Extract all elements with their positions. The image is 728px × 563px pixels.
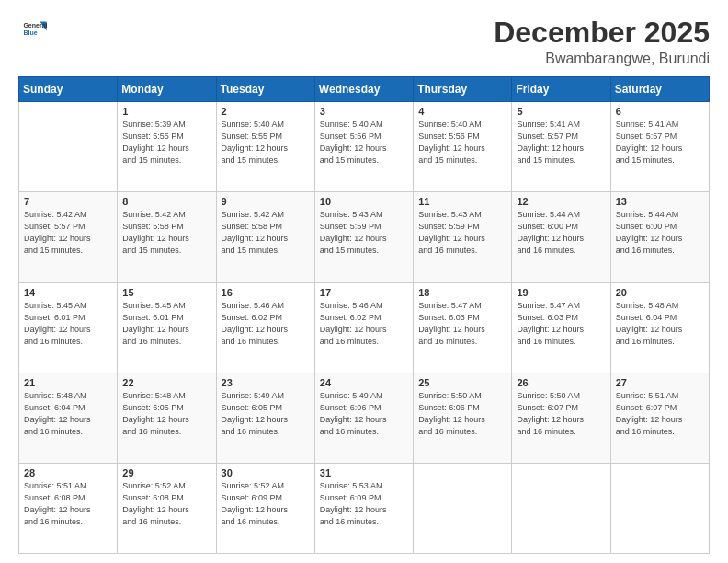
- table-row: 21Sunrise: 5:48 AM Sunset: 6:04 PM Dayli…: [19, 373, 118, 463]
- day-info: Sunrise: 5:51 AM Sunset: 6:07 PM Dayligh…: [616, 390, 705, 438]
- table-row: [512, 463, 610, 553]
- day-info: Sunrise: 5:47 AM Sunset: 6:03 PM Dayligh…: [418, 300, 507, 348]
- table-row: [19, 102, 118, 192]
- day-number: 15: [122, 287, 211, 298]
- table-row: 3Sunrise: 5:40 AM Sunset: 5:56 PM Daylig…: [314, 102, 413, 192]
- day-info: Sunrise: 5:42 AM Sunset: 5:58 PM Dayligh…: [222, 209, 311, 257]
- day-number: 10: [320, 196, 409, 207]
- day-info: Sunrise: 5:40 AM Sunset: 5:56 PM Dayligh…: [320, 119, 409, 167]
- day-info: Sunrise: 5:45 AM Sunset: 6:01 PM Dayligh…: [122, 300, 211, 348]
- day-number: 11: [418, 196, 507, 207]
- week-row-2: 7Sunrise: 5:42 AM Sunset: 5:57 PM Daylig…: [19, 192, 710, 282]
- day-info: Sunrise: 5:42 AM Sunset: 5:57 PM Dayligh…: [24, 209, 113, 257]
- table-row: 9Sunrise: 5:42 AM Sunset: 5:58 PM Daylig…: [216, 192, 314, 282]
- day-info: Sunrise: 5:49 AM Sunset: 6:06 PM Dayligh…: [320, 390, 409, 438]
- week-row-1: 1Sunrise: 5:39 AM Sunset: 5:55 PM Daylig…: [19, 102, 710, 192]
- week-row-3: 14Sunrise: 5:45 AM Sunset: 6:01 PM Dayli…: [19, 282, 710, 373]
- day-info: Sunrise: 5:52 AM Sunset: 6:08 PM Dayligh…: [122, 480, 211, 528]
- day-number: 27: [616, 377, 705, 388]
- table-row: 6Sunrise: 5:41 AM Sunset: 5:57 PM Daylig…: [610, 102, 709, 192]
- table-row: 14Sunrise: 5:45 AM Sunset: 6:01 PM Dayli…: [19, 282, 118, 373]
- day-number: 6: [616, 106, 705, 117]
- day-number: 13: [616, 196, 705, 207]
- day-number: 18: [418, 287, 507, 298]
- day-number: 20: [616, 287, 705, 298]
- day-number: 21: [24, 377, 113, 388]
- day-info: Sunrise: 5:44 AM Sunset: 6:00 PM Dayligh…: [517, 209, 606, 257]
- table-row: 26Sunrise: 5:50 AM Sunset: 6:07 PM Dayli…: [512, 373, 610, 463]
- day-number: 2: [222, 106, 311, 117]
- svg-text:General: General: [23, 22, 47, 29]
- day-info: Sunrise: 5:50 AM Sunset: 6:07 PM Dayligh…: [517, 390, 606, 438]
- col-saturday: Saturday: [610, 77, 709, 102]
- table-row: [414, 463, 512, 553]
- day-info: Sunrise: 5:42 AM Sunset: 5:58 PM Dayligh…: [122, 209, 211, 257]
- table-row: 28Sunrise: 5:51 AM Sunset: 6:08 PM Dayli…: [19, 463, 118, 553]
- col-wednesday: Wednesday: [314, 77, 413, 102]
- day-info: Sunrise: 5:43 AM Sunset: 5:59 PM Dayligh…: [418, 209, 507, 257]
- table-row: 2Sunrise: 5:40 AM Sunset: 5:55 PM Daylig…: [216, 102, 314, 192]
- col-friday: Friday: [512, 77, 610, 102]
- day-number: 31: [320, 467, 409, 478]
- table-row: 15Sunrise: 5:45 AM Sunset: 6:01 PM Dayli…: [118, 282, 216, 373]
- table-row: 23Sunrise: 5:49 AM Sunset: 6:05 PM Dayli…: [216, 373, 314, 463]
- day-info: Sunrise: 5:48 AM Sunset: 6:04 PM Dayligh…: [24, 390, 113, 438]
- day-number: 25: [418, 377, 507, 388]
- svg-rect-0: [22, 17, 47, 41]
- day-number: 3: [320, 106, 409, 117]
- day-number: 17: [320, 287, 409, 298]
- table-row: 12Sunrise: 5:44 AM Sunset: 6:00 PM Dayli…: [512, 192, 610, 282]
- table-row: 22Sunrise: 5:48 AM Sunset: 6:05 PM Dayli…: [118, 373, 216, 463]
- month-title: December 2025: [494, 17, 710, 49]
- day-number: 30: [222, 467, 311, 478]
- day-number: 28: [24, 467, 113, 478]
- day-info: Sunrise: 5:40 AM Sunset: 5:55 PM Dayligh…: [222, 119, 311, 167]
- col-sunday: Sunday: [19, 77, 118, 102]
- day-number: 19: [517, 287, 606, 298]
- col-thursday: Thursday: [414, 77, 512, 102]
- week-row-5: 28Sunrise: 5:51 AM Sunset: 6:08 PM Dayli…: [19, 463, 710, 553]
- table-row: 27Sunrise: 5:51 AM Sunset: 6:07 PM Dayli…: [610, 373, 709, 463]
- col-tuesday: Tuesday: [216, 77, 314, 102]
- day-info: Sunrise: 5:49 AM Sunset: 6:05 PM Dayligh…: [222, 390, 311, 438]
- day-number: 29: [122, 467, 211, 478]
- day-info: Sunrise: 5:43 AM Sunset: 5:59 PM Dayligh…: [320, 209, 409, 257]
- day-info: Sunrise: 5:53 AM Sunset: 6:09 PM Dayligh…: [320, 480, 409, 528]
- day-info: Sunrise: 5:44 AM Sunset: 6:00 PM Dayligh…: [616, 209, 705, 257]
- day-number: 23: [222, 377, 311, 388]
- day-info: Sunrise: 5:46 AM Sunset: 6:02 PM Dayligh…: [320, 300, 409, 348]
- week-row-4: 21Sunrise: 5:48 AM Sunset: 6:04 PM Dayli…: [19, 373, 710, 463]
- day-info: Sunrise: 5:51 AM Sunset: 6:08 PM Dayligh…: [24, 480, 113, 528]
- calendar-table: Sunday Monday Tuesday Wednesday Thursday…: [18, 76, 710, 554]
- table-row: 18Sunrise: 5:47 AM Sunset: 6:03 PM Dayli…: [414, 282, 512, 373]
- day-number: 26: [517, 377, 606, 388]
- table-row: 25Sunrise: 5:50 AM Sunset: 6:06 PM Dayli…: [414, 373, 512, 463]
- table-row: 11Sunrise: 5:43 AM Sunset: 5:59 PM Dayli…: [414, 192, 512, 282]
- day-number: 14: [24, 287, 113, 298]
- day-number: 24: [320, 377, 409, 388]
- day-number: 12: [517, 196, 606, 207]
- header: General Blue December 2025 Bwambarangwe,…: [18, 17, 710, 67]
- day-info: Sunrise: 5:48 AM Sunset: 6:05 PM Dayligh…: [122, 390, 211, 438]
- calendar-header-row: Sunday Monday Tuesday Wednesday Thursday…: [19, 77, 710, 102]
- day-info: Sunrise: 5:40 AM Sunset: 5:56 PM Dayligh…: [418, 119, 507, 167]
- table-row: 20Sunrise: 5:48 AM Sunset: 6:04 PM Dayli…: [610, 282, 709, 373]
- table-row: 5Sunrise: 5:41 AM Sunset: 5:57 PM Daylig…: [512, 102, 610, 192]
- table-row: 4Sunrise: 5:40 AM Sunset: 5:56 PM Daylig…: [414, 102, 512, 192]
- logo: General Blue: [18, 17, 48, 42]
- day-info: Sunrise: 5:48 AM Sunset: 6:04 PM Dayligh…: [616, 300, 705, 348]
- table-row: 7Sunrise: 5:42 AM Sunset: 5:57 PM Daylig…: [19, 192, 118, 282]
- day-info: Sunrise: 5:52 AM Sunset: 6:09 PM Dayligh…: [222, 480, 311, 528]
- day-info: Sunrise: 5:50 AM Sunset: 6:06 PM Dayligh…: [418, 390, 507, 438]
- col-monday: Monday: [118, 77, 216, 102]
- day-number: 7: [24, 196, 113, 207]
- day-number: 16: [222, 287, 311, 298]
- svg-text:Blue: Blue: [23, 29, 37, 36]
- table-row: [610, 463, 709, 553]
- day-number: 8: [122, 196, 211, 207]
- table-row: 24Sunrise: 5:49 AM Sunset: 6:06 PM Dayli…: [314, 373, 413, 463]
- table-row: 17Sunrise: 5:46 AM Sunset: 6:02 PM Dayli…: [314, 282, 413, 373]
- table-row: 19Sunrise: 5:47 AM Sunset: 6:03 PM Dayli…: [512, 282, 610, 373]
- table-row: 10Sunrise: 5:43 AM Sunset: 5:59 PM Dayli…: [314, 192, 413, 282]
- day-info: Sunrise: 5:45 AM Sunset: 6:01 PM Dayligh…: [24, 300, 113, 348]
